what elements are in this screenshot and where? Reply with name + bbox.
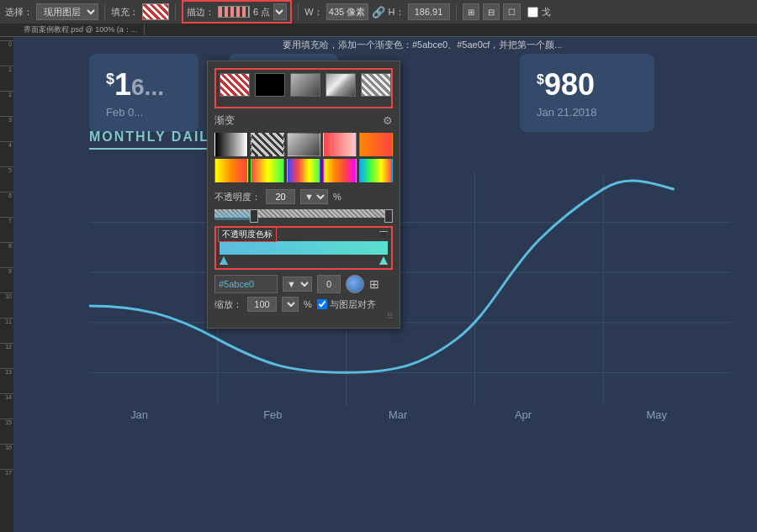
opacity-type-select[interactable]: ▼ — [300, 189, 328, 204]
swatch-stripe[interactable] — [361, 73, 391, 97]
opacity-label: 不透明度： — [214, 191, 261, 203]
section-title: MONTHLY DAILY — [89, 129, 219, 158]
opacity-end-handle[interactable] — [384, 209, 393, 223]
stop-bottom-right[interactable] — [379, 256, 388, 265]
color-input-row: ▼ ⊞ — [214, 275, 393, 293]
gradient-swatch-5[interactable] — [359, 133, 393, 156]
card-1-amount: $16... — [106, 67, 182, 103]
gear-icon[interactable]: ⚙ — [383, 114, 393, 127]
height-input[interactable] — [408, 3, 450, 20]
color-mode-select[interactable]: ▼ — [283, 277, 312, 292]
divider-3 — [298, 3, 299, 20]
v-mark-7: 7 — [0, 217, 13, 242]
v-mark-13: 13 — [0, 368, 13, 393]
tab-filename[interactable]: 界面案例教程.psd @ 100% (a：... — [17, 24, 145, 35]
svg-text:May: May — [647, 408, 668, 421]
v-mark-15: 15 — [0, 419, 13, 444]
gradient-swatch-9[interactable] — [323, 159, 357, 182]
card-3-currency: $ — [537, 72, 544, 87]
gradient-bar-section: 不透明度色标 — [214, 226, 393, 270]
opacity-slider-fill — [214, 212, 250, 220]
v-mark-10: 10 — [0, 292, 13, 318]
v-mark-14: 14 — [0, 393, 13, 419]
swatch-gray[interactable] — [290, 73, 320, 97]
v-mark-11: 11 — [0, 318, 13, 343]
canvas-area: 要用填充哈，添加一个渐变色：#5abce0、#5ae0cf，并把第一个颜... … — [13, 37, 757, 532]
gradient-swatch-3[interactable] — [287, 133, 320, 156]
svg-text:Mar: Mar — [389, 408, 408, 421]
svg-text:Jan: Jan — [130, 408, 148, 421]
color-hex-input[interactable] — [214, 275, 278, 293]
divider-4 — [456, 3, 457, 20]
card-3-amount: $980 — [537, 67, 638, 103]
chart-container: Jan Feb Mar Apr May — [89, 155, 732, 440]
gradient-swatch-8[interactable] — [287, 159, 320, 182]
fill-swatch[interactable] — [142, 3, 169, 20]
card-1: $16... Feb 0... — [89, 54, 199, 132]
dashboard-content: 要用填充哈，添加一个渐变色：#5abce0、#5ae0cf，并把第一个颜... … — [89, 45, 732, 515]
stop-top-right[interactable] — [379, 231, 388, 240]
opacity-color-bar-label: 不透明度色标 — [218, 227, 277, 242]
gradient-swatch-10[interactable] — [359, 159, 393, 182]
angle-input[interactable] — [317, 275, 341, 293]
align-btn-3[interactable]: ☐ — [503, 3, 521, 20]
extra-check[interactable] — [527, 7, 538, 18]
align-btn-2[interactable]: ⊟ — [483, 3, 500, 20]
layer-select[interactable]: 现用图层 — [36, 3, 98, 20]
swatch-red-stripe[interactable] — [220, 73, 250, 97]
gradient-grid — [214, 133, 393, 182]
opacity-handle[interactable] — [250, 209, 258, 223]
stroke-label: 描边： — [187, 6, 214, 18]
svg-text:Feb: Feb — [263, 408, 282, 421]
align-btn-1[interactable]: ⊞ — [463, 3, 479, 20]
align-layer-text: 与图层对齐 — [330, 298, 376, 311]
card-3: $980 Jan 21.2018 — [520, 54, 654, 132]
gradient-swatch-2[interactable] — [251, 133, 284, 156]
settings-icon[interactable]: ⊞ — [369, 277, 379, 291]
color-swatches-row — [220, 73, 388, 97]
v-mark-12: 12 — [0, 343, 13, 368]
v-mark-16: 16 — [0, 444, 13, 469]
gradient-swatch-7[interactable] — [251, 159, 284, 182]
stroke-dash-swatch[interactable] — [218, 6, 250, 18]
width-input[interactable] — [326, 3, 368, 20]
v-mark-9: 9 — [0, 267, 13, 292]
svg-text:Apr: Apr — [515, 408, 532, 421]
gradient-popup: 渐变 ⚙ 不透明度： ▼ % — [207, 61, 400, 329]
gradient-swatch-1[interactable] — [214, 133, 248, 156]
divider-2 — [175, 3, 176, 20]
card-3-date: Jan 21.2018 — [537, 106, 638, 119]
popup-resize-handle[interactable]: ⠿ — [214, 312, 393, 321]
scale-input[interactable] — [247, 297, 277, 312]
gradient-swatch-4[interactable] — [323, 133, 357, 156]
swatch-black[interactable] — [255, 73, 285, 97]
top-toolbar: 选择： 现用图层 填充： 描边： 6 点 ▼ W： 🔗 H： ⊞ ⊟ ☐ 戈 — [0, 0, 757, 24]
extra-label: 戈 — [542, 6, 551, 18]
v-mark-3: 3 — [0, 116, 13, 141]
opacity-input[interactable] — [266, 189, 295, 204]
chart-svg: Jan Feb Mar Apr May — [89, 155, 732, 440]
vertical-ruler: 0 1 2 3 4 5 6 7 8 9 10 11 12 13 14 15 16… — [0, 37, 13, 532]
v-mark-1: 1 — [0, 66, 13, 91]
instruction-text: 要用填充哈，添加一个渐变色：#5abce0、#5ae0cf，并把第一个颜... — [283, 39, 732, 51]
gradient-bar[interactable] — [220, 241, 388, 255]
gradient-swatch-6[interactable] — [214, 159, 248, 182]
cards-row: $16... Feb 0... 260 21.2018 $980 Jan 21.… — [89, 54, 732, 132]
v-mark-0: 0 — [0, 40, 13, 66]
v-mark-6: 6 — [0, 192, 13, 217]
scale-row: 缩放： ▼ % 与图层对齐 — [214, 297, 393, 312]
color-picker-circle[interactable] — [346, 275, 364, 293]
stroke-size: 6 点 — [253, 6, 270, 18]
swatch-gray2[interactable] — [326, 73, 356, 97]
width-label: W： — [304, 6, 322, 18]
divider-1 — [104, 3, 105, 20]
scale-unit-select[interactable]: ▼ — [282, 297, 299, 312]
link-icon[interactable]: 🔗 — [372, 6, 385, 18]
stop-bottom-left[interactable] — [220, 256, 228, 265]
align-layer-checkbox[interactable] — [317, 299, 327, 309]
gradient-section-label: 渐变 ⚙ — [214, 113, 393, 128]
scale-unit: % — [304, 299, 312, 309]
stroke-size-select[interactable]: ▼ — [273, 3, 287, 20]
v-mark-2: 2 — [0, 91, 13, 116]
opacity-unit: % — [333, 192, 341, 202]
